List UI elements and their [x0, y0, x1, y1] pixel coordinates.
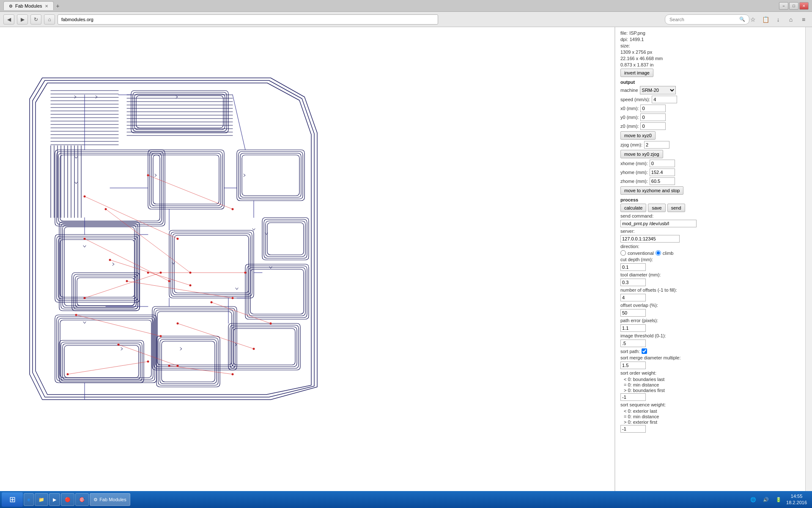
num-offsets-input[interactable] — [620, 294, 646, 301]
sort-path-label: sort path: — [620, 349, 640, 354]
move-xyzhome-row: move to xyzhome and stop — [620, 186, 800, 195]
network-icon[interactable]: 🌐 — [747, 494, 759, 505]
tool-diameter-input[interactable] — [620, 279, 646, 286]
nav-bar: ◀ ▶ ↻ ⌂ 🔍 ☆ 📋 ↓ ⌂ ≡ — [0, 12, 812, 27]
yhome-input[interactable] — [650, 168, 675, 176]
settings-icon[interactable]: ≡ — [798, 14, 809, 25]
start-button[interactable]: ⊞ — [2, 492, 23, 507]
new-tab-button[interactable]: + — [54, 3, 62, 9]
xhome-input[interactable] — [650, 160, 675, 167]
conventional-radio[interactable] — [620, 250, 626, 256]
download-icon[interactable]: ↓ — [773, 14, 783, 25]
taskbar-ie[interactable]: e — [24, 493, 34, 506]
image-threshold-input[interactable] — [620, 340, 646, 347]
sort-merge-label-row: sort merge diameter multiple: — [620, 355, 800, 360]
y0-input[interactable] — [640, 113, 666, 121]
tool-diameter-label: tool diameter (mm): — [620, 272, 661, 277]
x0-row: x0 (mm): — [620, 105, 800, 112]
zjog-input[interactable] — [644, 141, 669, 149]
fabmodules-label: Fab Modules — [99, 497, 126, 502]
path-error-label: path error (pixels): — [620, 318, 658, 323]
x0-label: x0 (mm): — [620, 106, 639, 111]
tab-close-button[interactable]: ✕ — [45, 4, 48, 8]
offset-overlap-row — [620, 309, 800, 317]
path-error-input[interactable] — [620, 324, 646, 332]
server-input[interactable] — [620, 235, 680, 243]
scrollbar[interactable] — [805, 27, 812, 508]
battery-icon[interactable]: 🔋 — [773, 494, 785, 505]
file-value: ISP.png — [629, 30, 645, 36]
dpi-value: 1499.1 — [630, 37, 644, 42]
zhome-row: zhome (mm): — [620, 177, 800, 185]
active-tab[interactable]: ⚙ Fab Modules ✕ — [3, 1, 54, 10]
move-xy0-zjog-button[interactable]: move to xy0 zjog — [620, 150, 663, 158]
z0-input[interactable] — [640, 122, 666, 130]
process-buttons-row: calculate save send — [620, 204, 800, 212]
taskbar-app2[interactable]: 🎯 — [75, 493, 89, 506]
media-icon: ▶ — [53, 497, 56, 502]
size-mm-row: 22.166 x 46.668 mm — [620, 56, 800, 61]
climb-radio[interactable] — [656, 250, 661, 256]
x0-input[interactable] — [640, 105, 666, 112]
right-panel: file: ISP.png dpi: 1499.1 size: 1309 x 2… — [615, 27, 805, 508]
taskbar-explorer[interactable]: 📁 — [35, 493, 48, 506]
sort-sequence-line2: = 0: min distance — [624, 414, 800, 419]
send-button[interactable]: send — [667, 204, 685, 212]
speed-label: speed (mm/s): — [620, 97, 650, 102]
cut-depth-input[interactable] — [620, 263, 646, 271]
url-bar[interactable] — [58, 14, 438, 25]
offset-overlap-input[interactable] — [620, 309, 646, 317]
maximize-button[interactable]: □ — [789, 2, 798, 10]
bookmark-icon[interactable]: 📋 — [760, 14, 771, 25]
z0-row: z0 (mm): — [620, 122, 800, 130]
save-button[interactable]: save — [648, 204, 665, 212]
xhome-label: xhome (mm): — [620, 161, 648, 166]
send-command-label-row: send command: — [620, 213, 800, 218]
move-xyzhome-button[interactable]: move to xyzhome and stop — [620, 186, 683, 195]
sort-sequence-label: sort sequence weight: — [620, 402, 666, 407]
direction-label-row: direction: — [620, 244, 800, 249]
num-offsets-label-row: number of offsets (-1 to fill): — [620, 287, 800, 293]
clock-date: 18.2.2016 — [786, 500, 807, 506]
offset-overlap-label-row: offset overlap (%): — [620, 303, 800, 308]
sort-order-input[interactable] — [620, 393, 646, 401]
image-threshold-row — [620, 340, 800, 347]
minimize-button[interactable]: − — [779, 2, 788, 10]
move-xyz0-button[interactable]: move to xyz0 — [620, 131, 656, 140]
tab-icon: ⚙ — [9, 4, 13, 8]
sort-merge-row — [620, 362, 800, 369]
sort-merge-label: sort merge diameter multiple: — [620, 355, 680, 360]
search-input[interactable] — [665, 14, 749, 25]
home-button[interactable]: ⌂ — [44, 14, 55, 25]
folder-icon: 📁 — [38, 497, 44, 502]
back-button[interactable]: ◀ — [3, 14, 14, 25]
sort-order-line1: < 0: boundaries last — [624, 377, 800, 382]
close-button[interactable]: ✕ — [799, 2, 809, 10]
taskbar-app1[interactable]: 🔴 — [61, 493, 74, 506]
fabmodules-icon: ⚙ — [93, 497, 98, 502]
invert-row: invert image — [620, 69, 800, 77]
sort-sequence-input[interactable] — [620, 425, 646, 433]
forward-button[interactable]: ▶ — [17, 14, 28, 25]
taskbar-fabmodules[interactable]: ⚙ Fab Modules — [90, 493, 130, 506]
taskbar: ⊞ e 📁 ▶ 🔴 🎯 ⚙ Fab Modules 🌐 🔊 🔋 14:55 18… — [0, 491, 812, 508]
climb-label: climb — [663, 251, 674, 256]
zhome-input[interactable] — [650, 177, 675, 185]
invert-image-button[interactable]: invert image — [620, 69, 653, 77]
speed-input[interactable] — [652, 96, 677, 103]
z0-label: z0 (mm): — [620, 124, 639, 129]
nav-right: 🔍 ☆ 📋 ↓ ⌂ ≡ — [665, 14, 809, 25]
sort-path-checkbox[interactable] — [642, 348, 647, 354]
calculate-button[interactable]: calculate — [620, 204, 646, 212]
sort-order-row — [620, 393, 800, 401]
machine-select[interactable]: SRM-20 Roland MDX — [640, 86, 676, 94]
sort-sequence-info: < 0: exterior last = 0: min distance > 0… — [624, 409, 800, 425]
zjog-row: zjog (mm): — [620, 141, 800, 149]
refresh-button[interactable]: ↻ — [30, 14, 41, 25]
taskbar-media[interactable]: ▶ — [49, 493, 60, 506]
ie-icon: e — [27, 497, 30, 502]
volume-icon[interactable]: 🔊 — [760, 494, 772, 505]
send-command-input[interactable] — [620, 220, 697, 227]
sort-merge-input[interactable] — [620, 362, 646, 369]
home-nav-icon[interactable]: ⌂ — [786, 14, 796, 25]
